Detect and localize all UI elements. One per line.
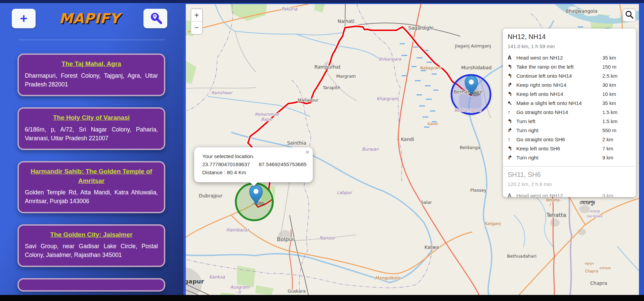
- popup-title: Your selected location.: [202, 152, 306, 160]
- map-label: Jiaganj Azimganj: [455, 43, 491, 48]
- map-label: Kandi: [401, 137, 414, 142]
- direction-step[interactable]: ↑Go straight onto SH62 km: [508, 135, 631, 144]
- map-label: Dubrajpur: [199, 193, 223, 198]
- map-search-button[interactable]: [622, 8, 636, 22]
- route-name[interactable]: NH12, NH14: [508, 33, 631, 41]
- map-label: Guskara: [288, 289, 306, 294]
- step-instruction: Keep right onto NH14: [516, 82, 602, 88]
- zoom-in-button[interactable]: +: [191, 9, 202, 22]
- route-divider: [503, 166, 636, 166]
- map-label: Murshidabad: [461, 65, 492, 70]
- location-card-title-link[interactable]: The Holy City of Varanasi: [25, 113, 158, 122]
- route-name[interactable]: SH11, SH6: [508, 171, 631, 179]
- map-label: Tehatta-: [546, 198, 561, 202]
- direction-step[interactable]: ↑Go straight onto NH141.5 km: [508, 108, 631, 117]
- map-label: কার্পাসডাঙ্গা: [599, 266, 611, 270]
- direction-step[interactable]: AHead west on NH123 km: [508, 191, 631, 197]
- straight-maneuver-icon: ↑: [508, 109, 516, 115]
- step-instruction: Keep left onto NH14: [516, 91, 602, 97]
- location-card-partial[interactable]: [17, 278, 165, 292]
- popup-latitude: 23.77780470169637: [202, 161, 250, 167]
- step-instruction: Go straight onto NH14: [516, 109, 602, 115]
- map-label: Nanoor: [319, 235, 336, 240]
- map-label: Tarapith: [323, 85, 340, 90]
- selected-location-popup: × Your selected location. 23.77780470169…: [194, 147, 313, 182]
- step-distance: 1.5 km: [602, 109, 631, 115]
- map-label: Bhagwangola: [566, 8, 598, 14]
- map-label: Sagardighi: [409, 25, 434, 31]
- add-location-button[interactable]: +: [12, 9, 36, 28]
- map-label: Kanksa: [209, 274, 225, 279]
- direction-step[interactable]: ↰Turn left1.5 km: [508, 117, 631, 126]
- search-location-button[interactable]: [143, 9, 167, 28]
- top-accent-bar: [0, 0, 644, 3]
- direction-step[interactable]: ↱Turn right550 m: [508, 126, 631, 135]
- location-card-title-link[interactable]: The Taj Mahal, Agra: [25, 59, 158, 69]
- map-label: Pakuria: [281, 6, 298, 11]
- location-card-title-link[interactable]: The Golden City: Jaisalmer: [25, 230, 158, 239]
- direction-step[interactable]: ↰Take the ramp on the left150 m: [508, 62, 631, 71]
- magnifier-icon: [624, 10, 634, 21]
- map-label: Mangolkote: [375, 275, 400, 280]
- step-distance: 3 km: [602, 193, 631, 197]
- map-label: Tehatta: [546, 212, 566, 218]
- map-label: Khargram: [377, 96, 398, 101]
- map-label: Ranishwar: [211, 90, 233, 95]
- step-distance: 30 km: [602, 82, 631, 88]
- direction-step[interactable]: ↰Keep left onto NH1410 km: [508, 89, 631, 99]
- popup-longitude: 87.54692455753685: [259, 161, 306, 167]
- map-label: Labpur: [337, 190, 353, 195]
- map-label: Burwan: [362, 147, 379, 152]
- depart-maneuver-icon: A: [508, 55, 516, 61]
- map-label: Illambazar: [226, 227, 250, 232]
- step-distance: 35 km: [602, 55, 631, 61]
- direction-step[interactable]: ↰Keep left onto SH67 km: [508, 144, 631, 153]
- location-card[interactable]: The Golden City: Jaisalmer Savi Group, n…: [17, 224, 165, 267]
- location-card-address: Savi Group, near Gadisar Lake Circle, Po…: [25, 242, 158, 260]
- map-label: Chapra: [590, 280, 607, 286]
- route-summary: 141.0 km, 1 h 59 min: [508, 43, 631, 50]
- map-label: Bazar: [261, 117, 273, 122]
- straight-maneuver-icon: ↑: [508, 137, 516, 143]
- map-label: Mohammad: [255, 112, 279, 117]
- map-label: মেহেরপুর: [580, 199, 595, 206]
- location-card[interactable]: Harmandir Sahib: The Golden Temple of Am…: [17, 161, 165, 213]
- map-label: Nalhati: [338, 18, 354, 24]
- map-label: Kaliganj: [484, 221, 501, 226]
- direction-step[interactable]: AHead west on NH1235 km: [508, 53, 631, 62]
- direction-step[interactable]: ↱Turn right9 km: [508, 153, 631, 162]
- map-label: দামুড়হুদা: [585, 262, 594, 266]
- right-maneuver-icon: ↱: [508, 82, 516, 88]
- step-distance: 2 km: [602, 137, 631, 142]
- slight-left-maneuver-icon: ↖: [508, 100, 516, 106]
- map-label: Mallarpur: [298, 98, 318, 103]
- sidebar-header: + MAPIFY: [0, 3, 183, 28]
- popup-close-icon[interactable]: ×: [305, 149, 309, 155]
- direction-step[interactable]: ↱Keep right onto NH1430 km: [508, 80, 631, 89]
- step-distance: 2.5 km: [602, 73, 631, 79]
- direction-step[interactable]: ↖Make a slight left onto NH1435 km: [508, 99, 631, 108]
- route-steps: AHead west on NH123 km: [508, 191, 631, 197]
- left-maneuver-icon: ↰: [508, 91, 516, 97]
- map-label: Berhampore: [454, 108, 481, 113]
- search-pin-icon: [148, 11, 163, 26]
- location-card[interactable]: The Holy City of Varanasi 6/186m, p, A/7…: [17, 107, 165, 150]
- map-label: Nabagram: [420, 66, 441, 70]
- location-card-title-link[interactable]: Harmandir Sahib: The Golden Temple of Am…: [25, 167, 158, 185]
- map-label: Katwa: [424, 244, 439, 250]
- step-distance: 550 m: [602, 127, 631, 133]
- map-label: Bolpur: [277, 236, 295, 242]
- step-instruction: Take the ramp on the left: [516, 64, 602, 70]
- sidebar-divider: [18, 40, 165, 40]
- zoom-out-button[interactable]: −: [191, 22, 202, 34]
- popup-distance: Distance : 80.4 Km: [202, 168, 306, 177]
- map-label: Shikaripara: [378, 57, 401, 62]
- map-label: সদর উপজেলা: [587, 214, 603, 219]
- location-card[interactable]: The Taj Mahal, Agra Dharmapuri, Forest C…: [17, 53, 165, 96]
- map-label: Beldanga: [460, 145, 480, 150]
- right-maneuver-icon: ↱: [508, 127, 516, 134]
- map-label: Ausgram: [230, 285, 250, 290]
- location-card-address: Golden Temple Rd, Atta Mandi, Katra Ahlu…: [25, 188, 158, 206]
- map-canvas[interactable]: BhagwangolaSagardighiNalhatiJiaganj Azim…: [186, 4, 639, 295]
- direction-step[interactable]: ↰Continue left onto NH142.5 km: [508, 71, 631, 80]
